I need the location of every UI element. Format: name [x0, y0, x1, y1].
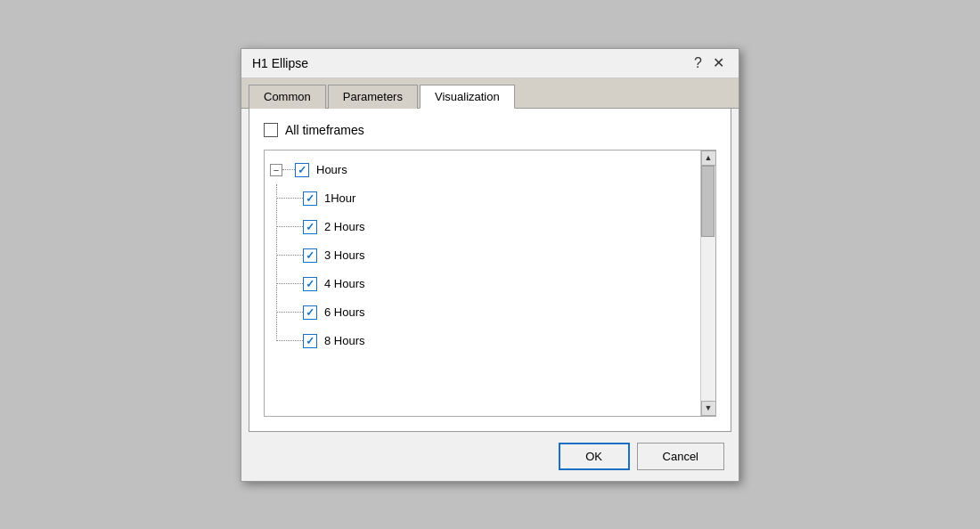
tree-child-checkbox-2[interactable]: [303, 248, 317, 263]
tree-child-label-0: 1Hour: [324, 191, 355, 205]
tree-row-parent: − Hours: [265, 156, 700, 184]
all-timeframes-row: All timeframes: [264, 123, 716, 137]
all-timeframes-label: All timeframes: [285, 123, 364, 137]
cancel-button[interactable]: Cancel: [637, 443, 724, 470]
tree-child-checkbox-4[interactable]: [303, 305, 317, 320]
help-button[interactable]: ?: [690, 56, 706, 70]
scroll-down-button[interactable]: ▼: [701, 401, 716, 416]
tree-child-checkbox-0[interactable]: [303, 191, 317, 206]
tab-visualization[interactable]: Visualization: [420, 85, 515, 109]
tree-child-checkbox-1[interactable]: [303, 220, 317, 234]
tree-parent-label: Hours: [316, 163, 347, 176]
expand-button[interactable]: −: [270, 164, 282, 176]
tree-child-label-1: 2 Hours: [324, 220, 365, 233]
title-bar-controls: ? ✕: [690, 56, 728, 70]
dialog-footer: OK Cancel: [241, 432, 739, 481]
title-bar: H1 Ellipse ? ✕: [241, 49, 739, 78]
tree-children: 1Hour 2 Hours 3 Hours: [265, 184, 700, 355]
all-timeframes-checkbox[interactable]: [264, 123, 278, 137]
tree-row: 2 Hours: [265, 213, 700, 241]
tree-row: 3 Hours: [265, 241, 700, 270]
tab-content: All timeframes − Hours: [249, 109, 731, 432]
scroll-thumb[interactable]: [701, 166, 715, 237]
tree-child-label-5: 8 Hours: [324, 334, 365, 347]
tree-row: 4 Hours: [265, 270, 700, 298]
scroll-track: [701, 166, 715, 401]
tree-child-label-4: 6 Hours: [324, 305, 365, 319]
tree-child-checkbox-5[interactable]: [303, 334, 317, 348]
tree-content: − Hours 1Hour: [265, 151, 700, 416]
tree-container: − Hours 1Hour: [264, 150, 716, 417]
tree-child-label-3: 4 Hours: [324, 277, 365, 290]
scrollbar: ▲ ▼: [700, 151, 715, 416]
tree-row: 1Hour: [265, 184, 700, 213]
tree-row: 8 Hours: [265, 327, 700, 355]
dialog-title: H1 Ellipse: [252, 56, 308, 70]
tree-row: 6 Hours: [265, 298, 700, 327]
tree-parent-checkbox[interactable]: [295, 163, 309, 177]
tab-bar: Common Parameters Visualization: [241, 78, 739, 109]
close-button[interactable]: ✕: [709, 56, 728, 70]
tab-common[interactable]: Common: [249, 85, 326, 109]
tree-child-checkbox-3[interactable]: [303, 277, 317, 291]
tab-parameters[interactable]: Parameters: [328, 85, 418, 109]
scroll-up-button[interactable]: ▲: [701, 151, 716, 166]
dialog: H1 Ellipse ? ✕ Common Parameters Visuali…: [241, 48, 739, 482]
tree-child-label-2: 3 Hours: [324, 248, 365, 262]
ok-button[interactable]: OK: [559, 443, 630, 470]
